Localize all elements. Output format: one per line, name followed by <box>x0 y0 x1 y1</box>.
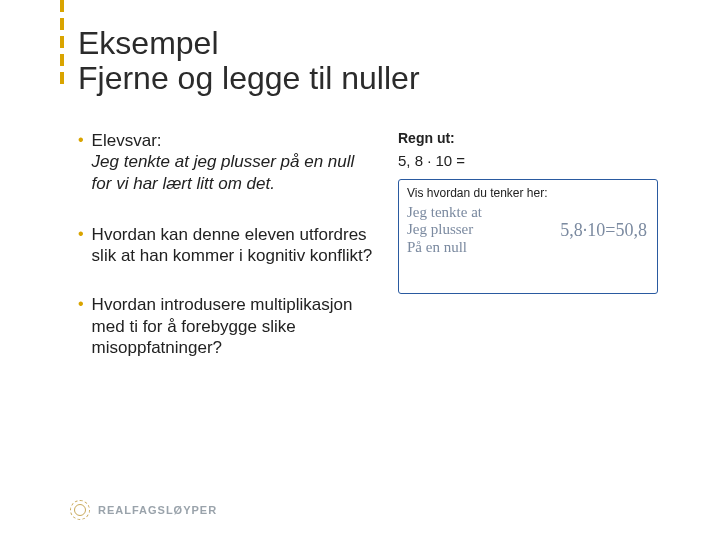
title-line-2: Fjerne og legge til nuller <box>78 61 638 96</box>
bullet-dot-icon: • <box>78 224 84 267</box>
bullet-text: Hvordan kan denne eleven utfordres slik … <box>92 224 378 267</box>
work-box: Vis hvordan du tenker her: Jeg tenkte at… <box>398 179 658 294</box>
slide-title: Eksempel Fjerne og legge til nuller <box>78 26 638 96</box>
bullet-item: • Hvordan kan denne eleven utfordres sli… <box>78 224 378 267</box>
content-area: • Elevsvar: Jeg tenkte at jeg plusser på… <box>78 130 668 386</box>
task-label: Regn ut: <box>398 130 668 146</box>
bullet-italic-text: Jeg tenkte at jeg plusser på en null for… <box>92 152 355 192</box>
footer: REALFAGSLØYPER <box>70 500 217 520</box>
bullet-label: Elevsvar: <box>92 131 162 150</box>
bullet-item: • Elevsvar: Jeg tenkte at jeg plusser på… <box>78 130 378 194</box>
slide: Eksempel Fjerne og legge til nuller • El… <box>0 0 720 540</box>
bullet-item: • Hvordan introdusere multiplikasjon med… <box>78 294 378 358</box>
bullet-text: Hvordan introdusere multiplikasjon med t… <box>92 294 378 358</box>
workbox-label: Vis hvordan du tenker her: <box>407 186 649 200</box>
brand-text: REALFAGSLØYPER <box>98 504 217 516</box>
title-line-1: Eksempel <box>78 26 638 61</box>
handwriting-line: Jeg tenkte at <box>407 204 649 221</box>
task-equation: 5, 8 · 10 = <box>398 152 668 169</box>
task-panel: Regn ut: 5, 8 · 10 = Vis hvordan du tenk… <box>398 130 668 386</box>
bullet-list: • Elevsvar: Jeg tenkte at jeg plusser på… <box>78 130 378 386</box>
bullet-dot-icon: • <box>78 130 84 194</box>
brand-icon <box>70 500 90 520</box>
accent-dashes <box>60 0 64 90</box>
handwriting-equation: 5,8·10=50,8 <box>560 220 647 241</box>
bullet-dot-icon: • <box>78 294 84 358</box>
handwriting-line: På en null <box>407 239 649 256</box>
